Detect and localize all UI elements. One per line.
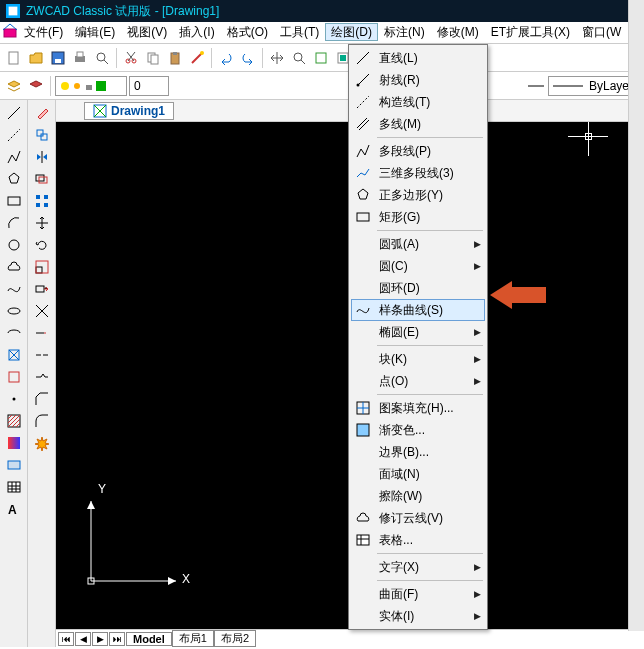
menubar-item[interactable]: 视图(V) (121, 23, 173, 41)
menubar-item[interactable]: 工具(T) (274, 23, 325, 41)
line-tool-icon[interactable] (4, 104, 24, 122)
menu-item[interactable]: 矩形(G) (351, 206, 485, 228)
cline-tool-icon[interactable] (4, 126, 24, 144)
linetype-field[interactable]: ByLayer (548, 76, 640, 96)
menubar-item[interactable]: ET扩展工具(X) (485, 23, 576, 41)
home-icon[interactable] (2, 23, 18, 42)
offset-icon[interactable] (32, 170, 52, 188)
cut-icon[interactable] (121, 48, 141, 68)
menu-item[interactable]: 实体(I)▶ (351, 605, 485, 627)
menubar-item[interactable]: 绘图(D) (325, 23, 378, 41)
match-icon[interactable] (187, 48, 207, 68)
zoom-icon[interactable] (289, 48, 309, 68)
mirror-icon[interactable] (32, 148, 52, 166)
join-icon[interactable] (32, 368, 52, 386)
menu-item[interactable]: 曲面(F)▶ (351, 583, 485, 605)
redo-icon[interactable] (238, 48, 258, 68)
print-icon[interactable] (70, 48, 90, 68)
arc-tool-icon[interactable] (4, 214, 24, 232)
menubar-item[interactable]: 修改(M) (431, 23, 485, 41)
tab-last-icon[interactable]: ⏭ (109, 632, 125, 646)
polygon-tool-icon[interactable] (4, 170, 24, 188)
rotate-icon[interactable] (32, 236, 52, 254)
menu-item[interactable]: 文字(X)▶ (351, 556, 485, 578)
ellipse-arc-tool-icon[interactable] (4, 324, 24, 342)
menu-item[interactable]: 圆环(D) (351, 277, 485, 299)
menu-item[interactable]: 圆(C)▶ (351, 255, 485, 277)
tab-first-icon[interactable]: ⏮ (58, 632, 74, 646)
copy-icon[interactable] (143, 48, 163, 68)
undo-icon[interactable] (216, 48, 236, 68)
layer-state-field[interactable] (55, 76, 127, 96)
save-icon[interactable] (48, 48, 68, 68)
menu-item[interactable]: 射线(R) (351, 69, 485, 91)
copy-obj-icon[interactable] (32, 126, 52, 144)
spline-tool-icon[interactable] (4, 280, 24, 298)
break-icon[interactable] (32, 346, 52, 364)
chamfer-icon[interactable] (32, 390, 52, 408)
insert-block-icon[interactable] (4, 346, 24, 364)
menu-item[interactable]: 多段线(P) (351, 140, 485, 162)
scrollbar-vertical[interactable] (628, 0, 644, 631)
layer-manager-icon[interactable] (4, 76, 24, 96)
tool-a-icon[interactable] (311, 48, 331, 68)
layer-prev-icon[interactable] (26, 76, 46, 96)
doc-tab-drawing1[interactable]: Drawing1 (84, 102, 174, 120)
stretch-icon[interactable] (32, 280, 52, 298)
explode-icon[interactable] (32, 434, 52, 452)
tab-next-icon[interactable]: ▶ (92, 632, 108, 646)
menu-item[interactable]: 擦除(W) (351, 485, 485, 507)
tab-layout2[interactable]: 布局2 (214, 630, 256, 647)
menu-item[interactable]: 渐变色... (351, 419, 485, 441)
array-icon[interactable] (32, 192, 52, 210)
menu-item[interactable]: 边界(B)... (351, 441, 485, 463)
gradient-tool-icon[interactable] (4, 434, 24, 452)
menu-item[interactable]: 图案填充(H)... (351, 397, 485, 419)
fillet-icon[interactable] (32, 412, 52, 430)
menubar-item[interactable]: 编辑(E) (69, 23, 121, 41)
tab-prev-icon[interactable]: ◀ (75, 632, 91, 646)
menubar-item[interactable]: 窗口(W (576, 23, 627, 41)
menubar-item[interactable]: 插入(I) (173, 23, 220, 41)
rect-tool-icon[interactable] (4, 192, 24, 210)
menu-item[interactable]: 修订云线(V) (351, 507, 485, 529)
cloud-tool-icon[interactable] (4, 258, 24, 276)
point-tool-icon[interactable] (4, 390, 24, 408)
table-tool-icon[interactable] (4, 478, 24, 496)
linetype-icon[interactable] (526, 76, 546, 96)
layer-name-field[interactable]: 0 (129, 76, 169, 96)
pline-tool-icon[interactable] (4, 148, 24, 166)
menu-item[interactable]: 块(K)▶ (351, 348, 485, 370)
ellipse-tool-icon[interactable] (4, 302, 24, 320)
menubar-item[interactable]: 标注(N) (378, 23, 431, 41)
extend-icon[interactable] (32, 324, 52, 342)
open-icon[interactable] (26, 48, 46, 68)
tab-model[interactable]: Model (126, 632, 172, 646)
menu-item[interactable]: 构造线(T) (351, 91, 485, 113)
menu-item[interactable]: 正多边形(Y) (351, 184, 485, 206)
preview-icon[interactable] (92, 48, 112, 68)
menubar-item[interactable]: 文件(F) (18, 23, 69, 41)
region-tool-icon[interactable] (4, 456, 24, 474)
pan-icon[interactable] (267, 48, 287, 68)
menu-item[interactable]: 圆弧(A)▶ (351, 233, 485, 255)
menu-item[interactable]: 面域(N) (351, 463, 485, 485)
erase-icon[interactable] (32, 104, 52, 122)
menu-item[interactable]: 点(O)▶ (351, 370, 485, 392)
menu-item[interactable]: 椭圆(E)▶ (351, 321, 485, 343)
menu-item[interactable]: 三维多段线(3) (351, 162, 485, 184)
menubar-item[interactable]: 格式(O) (221, 23, 274, 41)
new-icon[interactable] (4, 48, 24, 68)
move-icon[interactable] (32, 214, 52, 232)
menu-item[interactable]: 直线(L) (351, 47, 485, 69)
menu-item[interactable]: 样条曲线(S) (351, 299, 485, 321)
tab-layout1[interactable]: 布局1 (172, 630, 214, 647)
menu-item[interactable]: 表格... (351, 529, 485, 551)
menu-item[interactable]: 多线(M) (351, 113, 485, 135)
text-tool-icon[interactable]: A (4, 500, 24, 518)
trim-icon[interactable] (32, 302, 52, 320)
paste-icon[interactable] (165, 48, 185, 68)
make-block-icon[interactable] (4, 368, 24, 386)
circle-tool-icon[interactable] (4, 236, 24, 254)
scale-icon[interactable] (32, 258, 52, 276)
